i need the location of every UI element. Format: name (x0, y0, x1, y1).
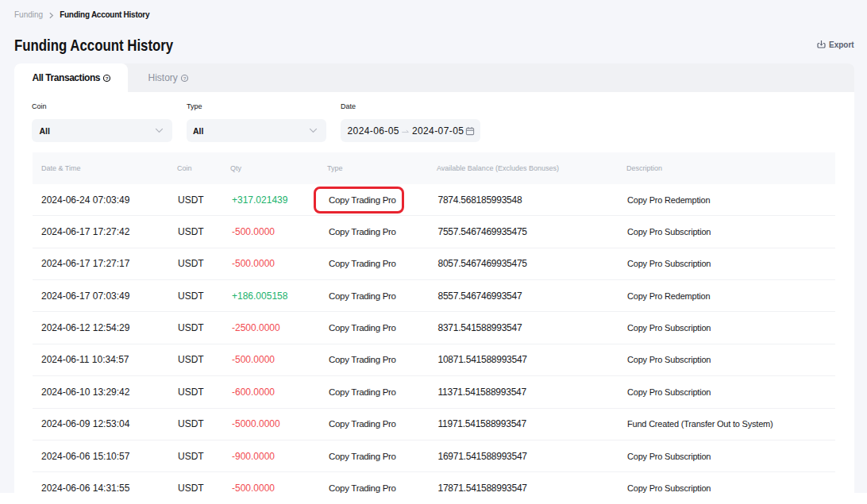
svg-text:?: ? (106, 75, 109, 80)
svg-text:?: ? (183, 75, 186, 80)
